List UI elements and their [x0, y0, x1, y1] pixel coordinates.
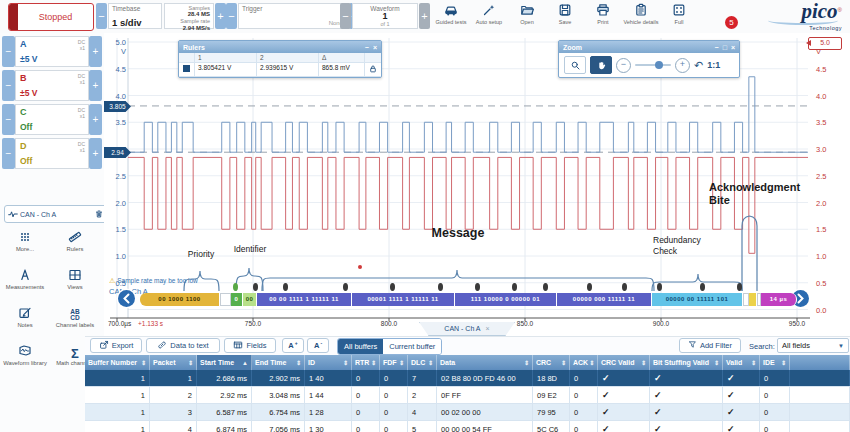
trigger-decrease-button[interactable]: −	[226, 3, 237, 29]
save-button[interactable]: Save	[546, 3, 584, 31]
decode-segment-ack[interactable]	[749, 293, 757, 306]
zoom-ratio[interactable]: 1:1	[707, 60, 720, 70]
rulers-close-icon[interactable]: ×	[373, 44, 377, 51]
print-button[interactable]: Print	[584, 3, 622, 31]
column-header-crc[interactable]: CRC⇕	[533, 355, 570, 370]
column-header-ide[interactable]: IDE⇕	[760, 355, 790, 370]
start-stop-button[interactable]: Stopped	[8, 3, 94, 31]
column-header-fdf[interactable]: FDF⇕	[380, 355, 408, 370]
table-row[interactable]: 122.92 ms3.048 ms1 440020F FF09 E20✓✓✓0	[85, 387, 850, 404]
timebase-increase-button[interactable]: +	[215, 3, 226, 29]
zoom-in-button[interactable]: +	[675, 58, 690, 73]
all-buffers-button[interactable]: All buffers	[338, 339, 383, 354]
zoom-undo-icon[interactable]: ↶	[694, 59, 703, 72]
channel-B-decrease[interactable]: −	[2, 70, 15, 101]
fields-button[interactable]: Fields	[224, 338, 276, 353]
channel-c[interactable]: − C DCx1 Off +	[2, 104, 102, 135]
column-header-ack[interactable]: ACK⇕	[570, 355, 598, 370]
column-header-id[interactable]: ID⇕	[305, 355, 352, 370]
column-header-dlc[interactable]: DLC⇕	[408, 355, 437, 370]
zoom-maximize-icon[interactable]: □	[723, 44, 727, 51]
zoom-slider[interactable]	[635, 64, 671, 66]
timebase-panel[interactable]: Timebase 1 s/div	[108, 3, 162, 29]
samples-panel[interactable]: Samples 28.4 MS Sample rate 2.94 MS/s	[164, 3, 214, 29]
column-header-valid[interactable]: Valid⇕	[723, 355, 760, 370]
column-header-packet[interactable]: Packet⇕	[150, 355, 197, 370]
zoom-minimize-icon[interactable]: −	[715, 44, 719, 51]
waveform-next-button[interactable]: +	[419, 3, 430, 29]
channel-C-increase[interactable]: +	[89, 104, 102, 135]
current-buffer-button[interactable]: Current buffer	[383, 339, 441, 354]
table-row[interactable]: 112.686 ms2.902 ms1 4000702 B8 80 0D FD …	[85, 370, 850, 387]
data-to-text-button[interactable]: Data to text	[146, 338, 220, 353]
table-row[interactable]: 136.587 ms6.754 ms1 2800400 02 00 0079 9…	[85, 404, 850, 421]
tab-close-icon[interactable]: ×	[486, 325, 490, 332]
zoom-popup-titlebar[interactable]: Zoom − □ ×	[559, 41, 739, 53]
ruler-handle-2[interactable]: 2.94	[104, 147, 131, 158]
rulers-popup-titlebar[interactable]: Rulers − ×	[179, 41, 381, 53]
trigger-level-marker[interactable]: 5.0	[808, 37, 842, 50]
table-row[interactable]: 146.874 ms7.056 ms1 3000500 00 00 54 FF5…	[85, 421, 850, 432]
channel-d[interactable]: − D DCx1 Off +	[2, 138, 102, 169]
trigger-panel[interactable]: Trigger None	[238, 3, 348, 29]
column-header-crc-valid[interactable]: CRC Valid⇕	[598, 355, 650, 370]
tool-rulers[interactable]: Rulers	[50, 230, 100, 266]
auto-setup-button[interactable]: Auto setup	[470, 3, 508, 31]
zoom-popup[interactable]: Zoom − □ × − + ↶ 1:1	[558, 40, 740, 78]
rulers-minimize-icon[interactable]: −	[365, 44, 369, 51]
channel-A-increase[interactable]: +	[89, 36, 102, 67]
channel-b[interactable]: − B DCx1 ±5 V +	[2, 70, 102, 101]
column-header-buffer-number[interactable]: Buffer Number⇕	[85, 355, 150, 370]
decode-segment-eof[interactable]: 14 µs	[761, 293, 797, 306]
tool-more[interactable]: More...	[0, 230, 50, 266]
full-button[interactable]: Full	[660, 3, 698, 31]
column-header-bit-stuffing-valid[interactable]: Bit Stuffing Valid⇕	[650, 355, 723, 370]
tool-views[interactable]: Views	[50, 268, 100, 304]
zoom-select-tool-button[interactable]	[564, 56, 586, 74]
waveform-previous-button[interactable]: −	[340, 3, 351, 29]
delete-decoder-icon[interactable]	[94, 205, 104, 223]
channel-C-decrease[interactable]: −	[2, 104, 15, 135]
tool-measurements[interactable]: Measurements	[0, 268, 50, 304]
add-filter-button[interactable]: Add Filter	[679, 338, 741, 353]
decode-segment-id[interactable]: 00 1000 1100	[140, 293, 220, 306]
column-header-data[interactable]: Data⇕	[437, 355, 533, 370]
timebase-decrease-button[interactable]: −	[96, 3, 107, 29]
ruler-lock-icon[interactable]	[365, 63, 381, 77]
column-header-end-time[interactable]: End Time⇕	[252, 355, 305, 370]
search-field-select[interactable]: All fields ▼	[777, 338, 849, 353]
open-button[interactable]: Open	[508, 3, 546, 31]
ruler-handle-1[interactable]: 3.805	[104, 101, 131, 112]
decode-segment-data[interactable]: 00001 1111 1 11111 11	[352, 293, 455, 306]
zoom-out-button[interactable]: −	[616, 58, 631, 73]
font-increase-button[interactable]: A+	[282, 338, 304, 353]
channel-B-increase[interactable]: +	[89, 70, 102, 101]
zoom-close-icon[interactable]: ×	[731, 44, 735, 51]
vehicle-details-button[interactable]: Vehicle details	[622, 3, 660, 31]
zoom-slider-knob[interactable]	[655, 61, 663, 69]
channel-a[interactable]: − A DCx1 ±5 V +	[2, 36, 102, 67]
channel-D-increase[interactable]: +	[89, 138, 102, 169]
scope-view[interactable]: 5.04.54.03.53.02.52.01.51.00.5V4.54.03.5…	[104, 33, 850, 332]
decode-segment-data[interactable]: 111 10000 0 00000 01	[455, 293, 557, 306]
decode-segment-data[interactable]: 00 00 1111 1 11111 11	[257, 293, 352, 306]
decode-segment-ctrl2[interactable]: 00	[243, 293, 257, 306]
guided-tests-button[interactable]: Guided tests	[432, 3, 470, 31]
column-header-start-time[interactable]: Start Time▲	[197, 355, 252, 370]
decode-previous-frame-button[interactable]	[118, 290, 135, 307]
decode-segment-gap[interactable]	[220, 293, 231, 306]
column-header-rtr[interactable]: RTR⇕	[352, 355, 380, 370]
decode-segment-data[interactable]: 00000 000 11111 11	[557, 293, 652, 306]
decode-segment-ctrl[interactable]: 0	[231, 293, 243, 306]
decode-segment-crc[interactable]: 00000 00 11111 101	[652, 293, 743, 306]
decode-table-tab[interactable]: CAN - Ch A ×	[419, 322, 515, 336]
export-button[interactable]: Export	[90, 338, 142, 353]
font-decrease-button[interactable]: A-	[307, 338, 329, 353]
channel-D-decrease[interactable]: −	[2, 138, 15, 169]
serial-decoder-chip[interactable]: CAN - Ch A	[4, 205, 108, 223]
channel-A-decrease[interactable]: −	[2, 36, 15, 67]
pan-tool-button[interactable]	[590, 56, 612, 74]
vehicle-details-icon	[622, 3, 660, 18]
rulers-popup[interactable]: Rulers − × 1 2 Δ 3.805421 V 2.939615 V 8…	[178, 40, 382, 78]
stuff-bit-marker	[700, 283, 705, 291]
